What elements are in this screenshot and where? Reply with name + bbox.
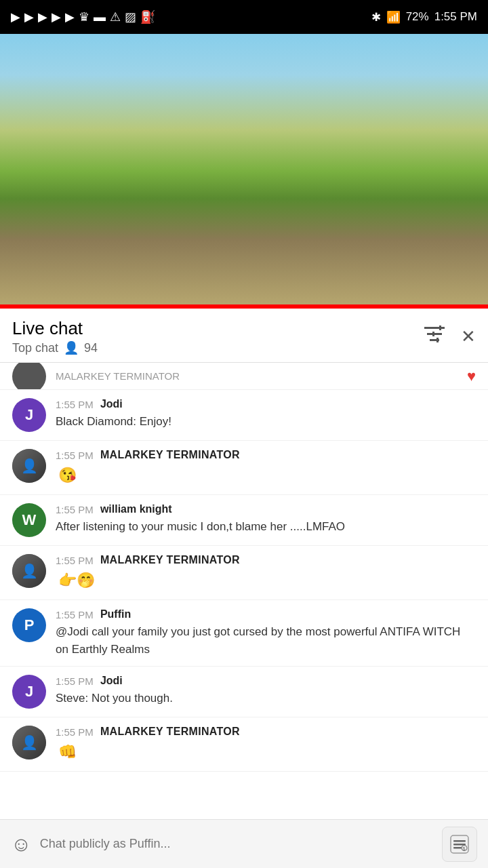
avatar-letter-j2: J bbox=[25, 683, 33, 701]
video-player[interactable] bbox=[0, 34, 488, 309]
chat-header-actions: ✕ bbox=[424, 326, 476, 348]
msg-emoji-4: 👉🤭 bbox=[58, 572, 95, 589]
bluetooth-icon: ✱ bbox=[371, 10, 381, 24]
avatar-malarkey-3: 👤 bbox=[12, 726, 46, 760]
chat-msg-4: 👤 1:55 PM MALARKEY TERMINATOR 👉🤭 bbox=[0, 546, 488, 600]
filter-button[interactable] bbox=[424, 326, 445, 348]
msg-time-3: 1:55 PM bbox=[56, 504, 94, 515]
avatar-malarkey-1: 👤 bbox=[12, 449, 46, 483]
msg-name-1: Jodi bbox=[100, 398, 123, 410]
msg-text-4: 👉🤭 bbox=[56, 569, 476, 591]
chat-msg-partial: MALARKEY TERMINATOR ♥ bbox=[0, 363, 488, 390]
status-bar: ▶ ▶ ▶ ▶ ▶ ♛ ▬ ⚠ ▨ ⛽ ✱ 📶 72% 1:55 PM bbox=[0, 0, 488, 34]
battery-text: 72% bbox=[406, 10, 429, 24]
chat-msg-5: P 1:55 PM Puffin @Jodi call your family … bbox=[0, 600, 488, 667]
svg-rect-9 bbox=[453, 847, 462, 849]
msg-text-5: @Jodi call your family you just got curs… bbox=[56, 623, 476, 658]
msg-body-6: 1:55 PM Jodi Steve: Not you though. bbox=[56, 675, 476, 707]
msg-meta-6: 1:55 PM Jodi bbox=[56, 675, 476, 687]
msg-text-1: Black Diamond: Enjoy! bbox=[56, 413, 476, 431]
msg-name-6: Jodi bbox=[100, 675, 123, 687]
msg-emoji-2: 😘 bbox=[58, 467, 77, 484]
msg-emoji-7: 👊 bbox=[58, 743, 77, 760]
msg-body-2: 1:55 PM MALARKEY TERMINATOR 😘 bbox=[56, 449, 476, 486]
msg-meta-5: 1:55 PM Puffin bbox=[56, 608, 476, 620]
msg-body-7: 1:55 PM MALARKEY TERMINATOR 👊 bbox=[56, 726, 476, 763]
status-icons: ▶ ▶ ▶ ▶ ▶ ♛ ▬ ⚠ ▨ ⛽ bbox=[11, 9, 155, 24]
msg-meta-2: 1:55 PM MALARKEY TERMINATOR bbox=[56, 449, 476, 461]
crown-icon: ♛ bbox=[79, 9, 89, 24]
emoji-picker-icon[interactable]: ☺ bbox=[11, 833, 32, 856]
play-icon4: ▶ bbox=[52, 9, 61, 24]
msg-time-6: 1:55 PM bbox=[56, 675, 94, 687]
status-system: ✱ 📶 72% 1:55 PM bbox=[371, 10, 477, 24]
people-icon: 👤 bbox=[64, 340, 79, 355]
progress-bar[interactable] bbox=[0, 304, 488, 309]
avatar-william: W bbox=[12, 503, 46, 537]
time-display: 1:55 PM bbox=[434, 10, 477, 24]
send-currency-button[interactable]: $ bbox=[442, 827, 477, 862]
image-icon: ▨ bbox=[125, 9, 136, 24]
msg-body-3: 1:55 PM william knight After listening t… bbox=[56, 503, 476, 536]
msg-name-3: william knight bbox=[100, 503, 172, 515]
chat-msg-1: J 1:55 PM Jodi Black Diamond: Enjoy! bbox=[0, 390, 488, 441]
chat-msg-3: W 1:55 PM william knight After listening… bbox=[0, 495, 488, 546]
chat-header-left: Live chat Top chat 👤 94 bbox=[12, 318, 98, 355]
svg-rect-7 bbox=[453, 840, 466, 842]
heart-icon: ♥ bbox=[467, 368, 476, 385]
avatar-puffin: P bbox=[12, 608, 46, 642]
msg-meta-4: 1:55 PM MALARKEY TERMINATOR bbox=[56, 554, 476, 566]
avatar-letter-w: W bbox=[22, 511, 37, 529]
chat-messages-container: MALARKEY TERMINATOR ♥ J 1:55 PM Jodi Bla… bbox=[0, 363, 488, 772]
video-frame bbox=[0, 34, 488, 309]
avatar-malarkey-2: 👤 bbox=[12, 554, 46, 588]
avatar-jodi-1: J bbox=[12, 398, 46, 432]
top-chat-label: Top chat bbox=[12, 341, 58, 355]
svg-rect-0 bbox=[424, 327, 445, 329]
chat-sub-header: Top chat 👤 94 bbox=[12, 340, 98, 355]
msg-text-2: 😘 bbox=[56, 464, 476, 486]
msg-name-4: MALARKEY TERMINATOR bbox=[100, 554, 240, 566]
avatar-partial bbox=[12, 363, 46, 390]
msg-body-5: 1:55 PM Puffin @Jodi call your family yo… bbox=[56, 608, 476, 658]
svg-rect-3 bbox=[439, 326, 441, 330]
msg-name-2: MALARKEY TERMINATOR bbox=[100, 449, 240, 461]
chat-input-bar: ☺ $ bbox=[0, 819, 488, 868]
wifi-icon: 📶 bbox=[386, 10, 401, 24]
msg-time-7: 1:55 PM bbox=[56, 726, 94, 738]
msg-name-7: MALARKEY TERMINATOR bbox=[100, 726, 240, 738]
play-icon2: ▶ bbox=[24, 9, 34, 24]
msg-meta-3: 1:55 PM william knight bbox=[56, 503, 476, 515]
live-chat-title: Live chat bbox=[12, 318, 98, 339]
avatar-letter: J bbox=[25, 406, 33, 424]
bag-icon: ⛽ bbox=[140, 9, 155, 24]
avatar-jodi-2: J bbox=[12, 675, 46, 709]
svg-rect-5 bbox=[436, 338, 439, 342]
warning-icon: ⚠ bbox=[110, 9, 121, 24]
play-icon3: ▶ bbox=[38, 9, 47, 24]
chat-msg-7: 👤 1:55 PM MALARKEY TERMINATOR 👊 bbox=[0, 717, 488, 772]
close-button[interactable]: ✕ bbox=[461, 326, 476, 347]
msg-meta-1: 1:55 PM Jodi bbox=[56, 398, 476, 410]
chat-msg-2: 👤 1:55 PM MALARKEY TERMINATOR 😘 bbox=[0, 441, 488, 495]
play-icon5: ▶ bbox=[65, 9, 75, 24]
msg-text-6: Steve: Not you though. bbox=[56, 690, 476, 707]
avatar-letter-p: P bbox=[24, 616, 35, 634]
viewer-count: 94 bbox=[84, 341, 98, 355]
svg-rect-4 bbox=[432, 332, 434, 336]
msg-text-3: After listening to your music I don,t bl… bbox=[56, 518, 476, 536]
msg-time-4: 1:55 PM bbox=[56, 555, 94, 566]
msg-name-5: Puffin bbox=[100, 608, 131, 620]
folder-icon: ▬ bbox=[94, 10, 106, 24]
msg-body-4: 1:55 PM MALARKEY TERMINATOR 👉🤭 bbox=[56, 554, 476, 591]
partial-msg-text: MALARKEY TERMINATOR bbox=[56, 370, 180, 382]
msg-time-1: 1:55 PM bbox=[56, 399, 94, 410]
chat-header: Live chat Top chat 👤 94 ✕ bbox=[0, 309, 488, 363]
msg-time-5: 1:55 PM bbox=[56, 609, 94, 620]
msg-time-2: 1:55 PM bbox=[56, 450, 94, 461]
play-icon: ▶ bbox=[11, 9, 20, 24]
chat-input-field[interactable] bbox=[40, 837, 434, 851]
chat-msg-6: J 1:55 PM Jodi Steve: Not you though. bbox=[0, 667, 488, 717]
msg-text-7: 👊 bbox=[56, 741, 476, 763]
svg-text:$: $ bbox=[463, 846, 466, 851]
